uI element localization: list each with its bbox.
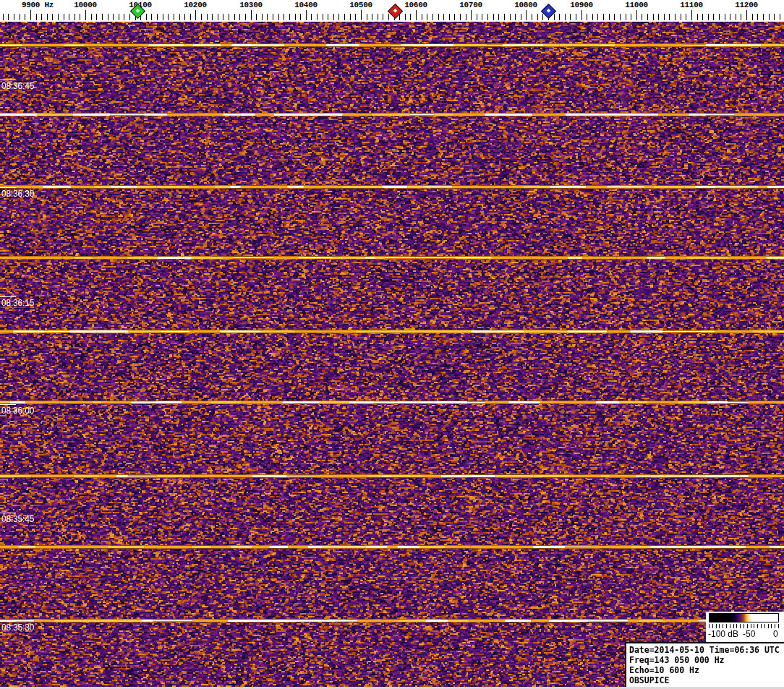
freq-tick [631, 14, 631, 20]
freq-tick [730, 14, 730, 20]
colorbar-tick [751, 624, 751, 628]
freq-tick [311, 14, 312, 20]
freq-tick [119, 14, 119, 20]
freq-tick [96, 14, 97, 20]
observation-info-box: Date=2014-05-10 Time=06:36 UTC Freq=143 … [625, 642, 784, 688]
freq-tick [741, 14, 741, 20]
freq-tick [713, 14, 714, 20]
freq-tick [317, 14, 318, 20]
freq-tick [603, 14, 604, 20]
marker-core-dot [546, 9, 550, 13]
time-tick-dash [0, 513, 16, 513]
freq-tick [416, 10, 417, 20]
freq-tick [41, 14, 42, 20]
freq-tick [477, 14, 477, 20]
freq-tick [702, 14, 703, 20]
time-tick-dash [0, 187, 16, 188]
freq-tick [681, 14, 681, 20]
colorbar-label-min: -100 dB [708, 629, 738, 639]
freq-tick [449, 14, 450, 20]
marker-core-dot [135, 9, 140, 13]
freq-tick [3, 14, 4, 20]
freq-tick [498, 14, 499, 20]
freq-tick [289, 14, 290, 20]
colorbar-tick [754, 624, 754, 628]
freq-tick [620, 14, 621, 20]
freq-tick [774, 14, 775, 20]
freq-tick [212, 14, 213, 20]
freq-tick [338, 14, 339, 20]
colorbar-tick [733, 624, 734, 628]
colorbar-tick [736, 624, 737, 628]
freq-tick [769, 14, 770, 20]
freq-tick [344, 14, 345, 20]
freq-tick [64, 14, 64, 20]
freq-tick [108, 14, 108, 20]
freq-tick [218, 14, 218, 20]
freq-tick [190, 14, 191, 20]
colorbar-gradient [709, 613, 779, 622]
freq-tick [653, 14, 654, 20]
colorbar-tick [768, 624, 769, 628]
freq-tick [179, 14, 180, 20]
colorbar-tick [730, 624, 730, 628]
info-date-time: Date=2014-05-10 Time=06:36 UTC [629, 645, 784, 655]
colorbar-tick [716, 624, 717, 628]
red-frequency-marker-icon[interactable] [387, 4, 402, 19]
freq-tick-label: 10200 [184, 1, 207, 9]
freq-tick-label: 11200 [735, 1, 758, 9]
freq-tick [388, 14, 389, 20]
freq-tick [113, 14, 114, 20]
freq-tick [361, 10, 362, 20]
freq-tick [74, 14, 75, 20]
time-tick-dash [0, 404, 16, 405]
freq-tick [295, 14, 296, 20]
freq-tick-label: 10600 [404, 1, 427, 9]
freq-tick [239, 14, 240, 20]
freq-tick [537, 14, 538, 20]
freq-tick [725, 14, 725, 20]
freq-tick [708, 14, 709, 20]
freq-tick [433, 14, 433, 20]
freq-tick [460, 14, 461, 20]
freq-tick [229, 14, 229, 20]
freq-tick [493, 14, 494, 20]
freq-tick-label: 10500 [349, 1, 372, 9]
freq-tick [333, 14, 334, 20]
colorbar-tick [761, 624, 762, 628]
freq-tick [350, 14, 351, 20]
freq-tick [471, 10, 472, 20]
freq-tick [691, 10, 692, 20]
freq-tick [234, 14, 235, 20]
freq-tick [223, 14, 223, 20]
freq-tick [554, 14, 555, 20]
freq-tick [405, 14, 406, 20]
time-tick-dash [0, 296, 16, 297]
freq-tick [504, 14, 505, 20]
time-tick-label: 08:35:30 [1, 622, 34, 633]
freq-tick [626, 14, 626, 20]
freq-tick [576, 14, 576, 20]
freq-tick [443, 14, 444, 20]
freq-tick [763, 14, 764, 20]
freq-tick [36, 14, 37, 20]
freq-tick [47, 14, 48, 20]
freq-tick [542, 14, 543, 20]
freq-tick [526, 10, 527, 20]
freq-tick [515, 14, 516, 20]
freq-tick [669, 14, 670, 20]
freq-tick [757, 14, 758, 20]
colorbar-tick [712, 624, 713, 628]
freq-tick [14, 14, 14, 20]
freq-tick [256, 14, 257, 20]
freq-tick-label: 10300 [239, 1, 263, 9]
spectrogram-canvas[interactable] [0, 22, 784, 687]
freq-tick-label: 10800 [514, 1, 537, 9]
info-station: OBSUPICE [629, 675, 784, 685]
freq-tick [151, 14, 152, 20]
colorbar-tick [740, 624, 741, 628]
freq-tick [592, 14, 593, 20]
freq-tick [454, 14, 455, 20]
freq-tick [306, 10, 307, 20]
colorbar-tick [775, 624, 775, 628]
